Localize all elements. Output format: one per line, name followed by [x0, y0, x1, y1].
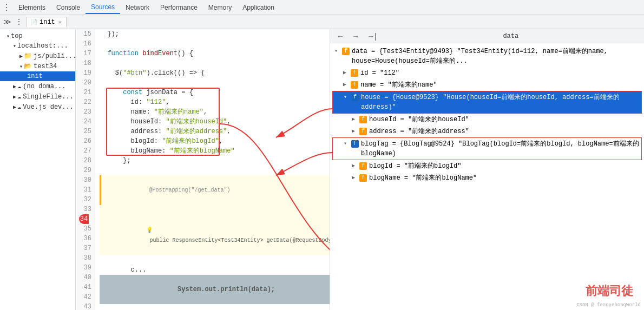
- debug-row-text: house = {House@9523} "House(houseId=前端来的…: [361, 93, 639, 112]
- arrow-icon: ▶: [13, 94, 16, 100]
- code-panel: 15 16 17 18 19 20 21 22 23 24 25 26 27 2…: [76, 29, 330, 310]
- code-line-22: id: "112",: [100, 97, 330, 107]
- debug-panel: ← → →| data ▾ f data = {Test34Entity@949…: [330, 29, 644, 310]
- debug-row-text: blogName = "前端来的blogName": [369, 173, 640, 183]
- field-badge: f: [359, 128, 367, 135]
- sidebar-item-jspubli[interactable]: ▶ 📁 js/publi...: [0, 51, 75, 61]
- tab-sources[interactable]: Sources: [86, 1, 120, 14]
- file-icon: 📄: [31, 19, 37, 25]
- debug-row-id[interactable]: ▶ f id = "112": [332, 67, 642, 79]
- code-line-16: [100, 39, 330, 49]
- debug-toolbar: ← → →| data: [330, 29, 644, 43]
- expand-icon: ▶: [343, 80, 349, 90]
- arrow-icon: ▾: [13, 43, 16, 49]
- code-line-27: blogName: "前端来的blogName": [100, 146, 330, 156]
- debug-row-address[interactable]: ▶ f address = "前端来的address": [332, 126, 642, 137]
- field-badge-blue: f: [351, 140, 359, 148]
- code-line-30: @PostMapping("/get_data"): [100, 175, 330, 205]
- code-line-19: $("#btn").click(() => {: [100, 68, 330, 78]
- debug-row-text: id = "112": [360, 68, 640, 78]
- step-back-button[interactable]: ←: [334, 31, 346, 42]
- code-line-35: [100, 304, 330, 310]
- debug-row-text: address = "前端来的address": [369, 127, 640, 136]
- code-line-31: 💡 public ResponseEntity<Test34Entity> ge…: [100, 205, 330, 255]
- code-area: 15 16 17 18 19 20 21 22 23 24 25 26 27 2…: [76, 29, 330, 310]
- cloud-icon: ☁: [17, 103, 21, 111]
- code-line-28: };: [100, 156, 330, 166]
- arrow-icon: ▾: [19, 63, 23, 70]
- sidebar-item-label: init: [27, 72, 43, 80]
- expand-icon[interactable]: ≫: [2, 17, 12, 27]
- debug-row-blogtag[interactable]: ▾ f blogTag = {BlogTag@9524} "BlogTag(bl…: [332, 137, 642, 160]
- sidebar-item-label: test34: [34, 63, 57, 70]
- tab-console[interactable]: Console: [51, 2, 86, 14]
- cloud-icon: ☁: [17, 93, 21, 101]
- tab-memory[interactable]: Memory: [203, 2, 237, 14]
- debug-row-text: name = "前端来的name": [360, 80, 640, 90]
- debug-row-data-root[interactable]: ▾ f data = {Test34Entity@9493} "Test34En…: [332, 45, 642, 67]
- arrow-icon: ▾: [6, 33, 10, 39]
- debug-row-text: houseId = "前端来的houseId": [369, 115, 640, 124]
- tab-network[interactable]: Network: [120, 2, 155, 14]
- expand-icon: ▶: [343, 68, 349, 78]
- tab-elements[interactable]: Elements: [13, 2, 51, 14]
- field-badge-blue: f: [351, 94, 359, 101]
- toolbar-row: ≫ ⋮ 📄 init ✕: [0, 15, 644, 29]
- expand-icon: ▾: [344, 139, 349, 149]
- code-line-18: [100, 58, 330, 68]
- sidebar-item-vuejs[interactable]: ▶ ☁ Vue.js dev...: [0, 102, 75, 112]
- debug-row-name[interactable]: ▶ f name = "前端来的name": [332, 79, 642, 91]
- code-line-17: function bindEvent() {: [100, 49, 330, 58]
- sidebar-item-singlefile[interactable]: ▶ ☁ SingleFile...: [0, 91, 75, 102]
- field-badge: f: [359, 162, 367, 170]
- expand-icon: ▶: [352, 173, 357, 183]
- folder-icon: 📁: [24, 52, 32, 60]
- sidebar-item-label: SingleFile...: [23, 93, 74, 101]
- debug-row-houseid[interactable]: ▶ f houseId = "前端来的houseId": [332, 114, 642, 126]
- code-line-15: });: [100, 29, 330, 39]
- sidebar-item-localhost[interactable]: ▾ localhost:...: [0, 41, 75, 51]
- debug-title: data: [382, 32, 640, 40]
- sidebar-item-label: (no doma...: [23, 83, 65, 90]
- field-badge: f: [359, 116, 367, 123]
- code-line-29: [100, 166, 330, 175]
- code-line-32: [100, 255, 330, 265]
- debug-row-blogid[interactable]: ▶ f blogId = "前端来的blogId": [332, 160, 642, 172]
- file-tab-label: init: [40, 18, 55, 26]
- step-into-button[interactable]: →|: [365, 31, 379, 42]
- code-line-24: houseId: "前端来的houseId",: [100, 117, 330, 127]
- tab-application[interactable]: Application: [237, 2, 280, 14]
- sidebar-item-label: Vue.js dev...: [23, 103, 74, 111]
- devtools-icon: ⋮: [2, 2, 11, 13]
- sidebar-item-nodomain[interactable]: ▶ ☁ (no doma...: [0, 81, 75, 91]
- sidebar-item-test34[interactable]: ▾ 📂 test34: [0, 61, 75, 71]
- more-icon[interactable]: ⋮: [14, 17, 24, 27]
- expand-icon: ▶: [352, 127, 357, 136]
- debug-row-text: blogTag = {BlogTag@9524} "BlogTag(blogId…: [361, 139, 639, 159]
- close-icon[interactable]: ✕: [58, 19, 62, 25]
- arrow-icon: ▶: [19, 53, 23, 60]
- code-line-33: c...: [100, 265, 330, 275]
- code-line-21: const jsonData = {: [100, 88, 330, 97]
- cloud-icon: ☁: [17, 82, 21, 90]
- debug-row-house[interactable]: ▾ f house = {House@9523} "House(houseId=…: [332, 91, 642, 114]
- sidebar-item-label: top: [11, 32, 23, 40]
- code-line-26: blogId: "前端来的blogId",: [100, 136, 330, 146]
- expand-icon: ▶: [352, 161, 357, 171]
- code-line-25: address: "前端来的address",: [100, 127, 330, 136]
- sidebar-item-init[interactable]: init: [0, 71, 75, 81]
- debug-row-text: data = {Test34Entity@9493} "Test34Entity…: [352, 47, 640, 66]
- debug-row-blogname[interactable]: ▶ f blogName = "前端来的blogName": [332, 172, 642, 184]
- arrow-icon: ▶: [13, 104, 16, 110]
- step-forward-button[interactable]: →: [350, 31, 362, 42]
- tab-performance[interactable]: Performance: [155, 2, 203, 14]
- file-tab-init[interactable]: 📄 init ✕: [26, 17, 67, 27]
- expand-icon: ▾: [334, 47, 340, 56]
- devtools-tab-bar: ⋮ Elements Console Sources Network Perfo…: [0, 0, 644, 15]
- field-badge: f: [351, 81, 358, 89]
- folder-icon: 📂: [24, 62, 32, 70]
- sidebar-item-top[interactable]: ▾ top: [0, 31, 75, 41]
- field-badge: f: [351, 69, 358, 77]
- expand-icon: ▶: [352, 115, 357, 124]
- backend-annotation: @PostMapping("/get_data") 💡 public Respo…: [100, 175, 330, 255]
